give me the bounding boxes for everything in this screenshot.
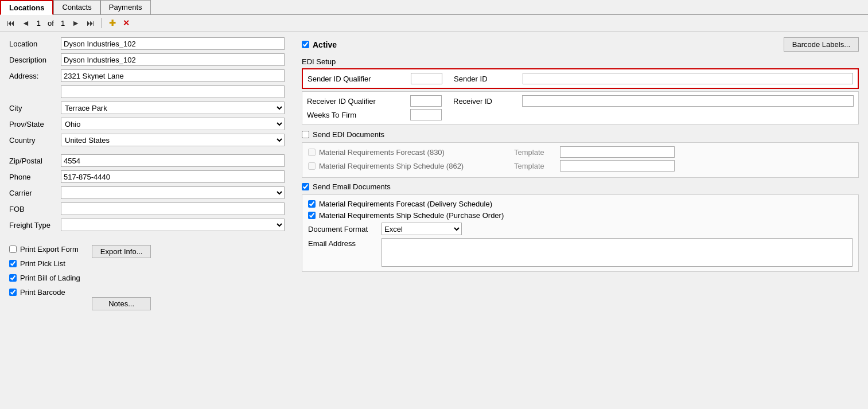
export-info-btn[interactable]: Export Info... bbox=[92, 245, 151, 258]
active-row: Active Barcode Labels... bbox=[302, 37, 859, 52]
email-addr-label: Email Address bbox=[308, 238, 377, 248]
location-label: Location bbox=[9, 40, 61, 48]
toolbar: ⏮ ◄ 1 of 1 ► ⏭ ✚ ✕ bbox=[0, 15, 868, 32]
country-row: Country United States bbox=[9, 134, 285, 146]
nav-last-btn[interactable]: ⏭ bbox=[84, 17, 97, 29]
address1-input[interactable] bbox=[61, 69, 285, 82]
receiver-id-label: Receiver ID bbox=[453, 97, 522, 106]
print-export-checkbox[interactable] bbox=[9, 246, 17, 253]
tab-locations[interactable]: Locations bbox=[0, 0, 53, 15]
export-section: Print Export Form Print Pick List Print … bbox=[9, 245, 285, 310]
email-mrss-checkbox[interactable] bbox=[308, 212, 316, 219]
receiver-id-input[interactable] bbox=[522, 95, 854, 107]
phone-row: Phone bbox=[9, 170, 285, 183]
export-left: Print Export Form Print Pick List Print … bbox=[9, 245, 80, 299]
description-row: Description bbox=[9, 53, 285, 66]
email-addr-textarea[interactable] bbox=[382, 238, 853, 267]
address2-input[interactable] bbox=[61, 85, 285, 98]
zip-input[interactable] bbox=[61, 154, 285, 167]
doc-format-row: Document Format Excel PDF CSV bbox=[308, 223, 853, 235]
location-row: Location bbox=[9, 37, 285, 50]
edi-sender-box: Sender ID Qualifier Sender ID bbox=[302, 68, 859, 89]
doc-format-select[interactable]: Excel PDF CSV bbox=[382, 223, 462, 235]
receiver-id-qualifier-input[interactable] bbox=[410, 95, 442, 107]
fob-input[interactable] bbox=[61, 202, 285, 215]
carrier-row: Carrier bbox=[9, 186, 285, 199]
left-panel: Location Description Address: City Terra… bbox=[9, 37, 285, 310]
city-label: City bbox=[9, 104, 61, 112]
sender-id-qualifier-input[interactable] bbox=[411, 73, 442, 84]
tab-contacts[interactable]: Contacts bbox=[53, 0, 100, 14]
send-email-checkbox[interactable] bbox=[302, 183, 309, 190]
email-mrf-row: Material Requirements Forecast (Delivery… bbox=[308, 200, 853, 208]
active-label: Active bbox=[313, 40, 337, 49]
sender-id-input[interactable] bbox=[523, 73, 853, 84]
nav-first-btn[interactable]: ⏮ bbox=[5, 17, 17, 29]
send-email-label: Send Email Documents bbox=[313, 182, 391, 191]
record-of-label: of bbox=[45, 19, 56, 28]
active-checkbox[interactable] bbox=[302, 41, 309, 48]
tab-payments[interactable]: Payments bbox=[100, 0, 151, 14]
send-edi-label: Send EDI Documents bbox=[313, 130, 384, 139]
location-input[interactable] bbox=[61, 37, 285, 50]
print-bol-row: Print Bill of Lading bbox=[9, 274, 80, 282]
mrss-row: Material Requirements Ship Schedule (862… bbox=[308, 160, 853, 172]
description-input[interactable] bbox=[61, 53, 285, 66]
carrier-select[interactable] bbox=[61, 186, 285, 199]
right-panel: Active Barcode Labels... EDI Setup Sende… bbox=[302, 37, 859, 310]
receiver-id-qualifier-row: Receiver ID Qualifier Receiver ID bbox=[307, 95, 854, 107]
mrf-label: Material Requirements Forecast (830) bbox=[319, 148, 514, 157]
mrf-template-input[interactable] bbox=[560, 146, 675, 158]
zip-row: Zip/Postal bbox=[9, 154, 285, 167]
nav-prev-btn[interactable]: ◄ bbox=[20, 17, 32, 29]
edi-receiver-box: Receiver ID Qualifier Receiver ID Weeks … bbox=[302, 91, 859, 124]
mrss-template-input[interactable] bbox=[560, 160, 675, 172]
print-pick-checkbox[interactable] bbox=[9, 260, 17, 267]
address1-row: Address: bbox=[9, 69, 285, 82]
print-pick-label: Print Pick List bbox=[20, 259, 65, 268]
mrf-checkbox[interactable] bbox=[308, 149, 316, 156]
prov-select[interactable]: Ohio bbox=[61, 118, 285, 130]
description-label: Description bbox=[9, 56, 61, 64]
print-barcode-checkbox[interactable] bbox=[9, 289, 17, 296]
mrf-row: Material Requirements Forecast (830) Tem… bbox=[308, 146, 853, 158]
weeks-to-firm-input[interactable] bbox=[410, 109, 442, 120]
freight-label: Freight Type bbox=[9, 221, 61, 229]
prov-row: Prov/State Ohio bbox=[9, 118, 285, 130]
freight-select[interactable] bbox=[61, 219, 285, 231]
address2-row bbox=[9, 85, 285, 98]
sender-id-label: Sender ID bbox=[454, 75, 523, 83]
record-current: 1 bbox=[34, 19, 43, 28]
print-bol-checkbox[interactable] bbox=[9, 274, 17, 282]
barcode-labels-btn[interactable]: Barcode Labels... bbox=[784, 37, 859, 52]
weeks-to-firm-label: Weeks To Firm bbox=[307, 111, 410, 119]
action-buttons: Export Info... Notes... bbox=[92, 245, 151, 310]
record-total: 1 bbox=[59, 19, 67, 28]
freight-row: Freight Type bbox=[9, 219, 285, 231]
email-addr-row: Email Address bbox=[308, 238, 853, 267]
print-pick-row: Print Pick List bbox=[9, 259, 80, 268]
fob-row: FOB bbox=[9, 202, 285, 215]
print-barcode-row: Print Barcode bbox=[9, 288, 80, 297]
email-mrf-checkbox[interactable] bbox=[308, 200, 316, 208]
edi-section: EDI Setup Sender ID Qualifier Sender ID … bbox=[302, 57, 859, 124]
print-export-row: Print Export Form bbox=[9, 245, 80, 254]
phone-label: Phone bbox=[9, 173, 61, 181]
phone-input[interactable] bbox=[61, 170, 285, 183]
sender-id-qualifier-label: Sender ID Qualifier bbox=[308, 75, 411, 83]
delete-record-btn[interactable]: ✕ bbox=[120, 17, 132, 29]
country-label: Country bbox=[9, 136, 61, 145]
nav-next-btn[interactable]: ► bbox=[69, 17, 82, 29]
main-content: Location Description Address: City Terra… bbox=[0, 32, 868, 316]
notes-btn[interactable]: Notes... bbox=[92, 297, 151, 310]
weeks-to-firm-row: Weeks To Firm bbox=[307, 109, 854, 120]
sender-id-qualifier-row: Sender ID Qualifier Sender ID bbox=[308, 73, 853, 84]
mrss-checkbox[interactable] bbox=[308, 162, 316, 170]
send-edi-checkbox[interactable] bbox=[302, 131, 309, 138]
country-select[interactable]: United States bbox=[61, 134, 285, 146]
edi-title: EDI Setup bbox=[302, 57, 859, 66]
print-bol-label: Print Bill of Lading bbox=[20, 274, 80, 282]
add-record-btn[interactable]: ✚ bbox=[107, 17, 118, 29]
toolbar-separator bbox=[102, 18, 102, 28]
city-select[interactable]: Terrace Park bbox=[61, 102, 285, 114]
